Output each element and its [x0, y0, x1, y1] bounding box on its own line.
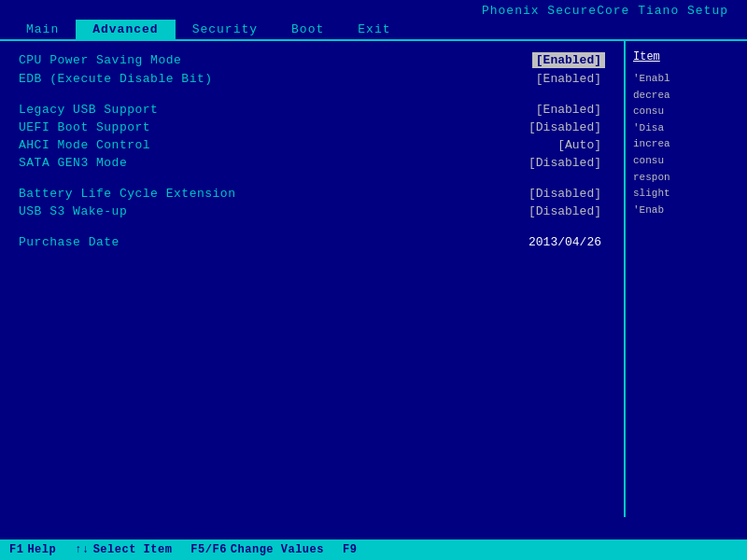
bottom-select: ↑↓ Select Item	[75, 543, 172, 556]
setting-cpu-power[interactable]: CPU Power Saving Mode [Enabled]	[19, 50, 605, 70]
purchase-date-label: Purchase Date	[19, 235, 120, 249]
change-label: Change Values	[231, 543, 324, 556]
bottom-help: F1 Help	[9, 543, 56, 556]
usb-s3-label: USB S3 Wake-up	[19, 204, 127, 218]
ahci-value: [Auto]	[554, 138, 605, 152]
settings-group-1: CPU Power Saving Mode [Enabled] EDB (Exe…	[19, 50, 605, 88]
legacy-usb-value: [Enabled]	[532, 103, 605, 117]
sata-label: SATA GEN3 Mode	[19, 156, 127, 170]
bottom-bar: F1 Help ↑↓ Select Item F5/F6 Change Valu…	[0, 539, 747, 560]
tab-main[interactable]: Main	[9, 20, 76, 39]
select-label: Select Item	[93, 543, 173, 556]
setting-edb[interactable]: EDB (Execute Disable Bit) [Enabled]	[19, 70, 605, 88]
setting-uefi-boot[interactable]: UEFI Boot Support [Disabled]	[19, 119, 605, 136]
setting-purchase-date: Purchase Date 2013/04/26	[19, 233, 605, 251]
battery-value: [Disabled]	[525, 187, 605, 201]
f9-key: F9	[343, 543, 357, 556]
battery-label: Battery Life Cycle Extension	[19, 187, 235, 201]
help-panel: Item 'Enabldecreaconsu'Disaincreaconsure…	[626, 41, 747, 517]
cpu-power-value: [Enabled]	[532, 52, 605, 68]
tab-exit[interactable]: Exit	[341, 20, 407, 39]
uefi-boot-label: UEFI Boot Support	[19, 120, 150, 134]
cpu-power-label: CPU Power Saving Mode	[19, 53, 181, 67]
sata-value: [Disabled]	[525, 156, 605, 170]
tab-security[interactable]: Security	[176, 20, 275, 39]
edb-value: [Enabled]	[532, 72, 605, 86]
usb-s3-value: [Disabled]	[525, 204, 605, 218]
help-text: 'Enabldecreaconsu'Disaincreaconsurespons…	[633, 71, 740, 218]
purchase-date-value: 2013/04/26	[525, 235, 605, 249]
f1-key: F1	[9, 543, 23, 556]
tab-advanced[interactable]: Advanced	[76, 20, 175, 39]
main-area: CPU Power Saving Mode [Enabled] EDB (Exe…	[0, 41, 747, 517]
app-title: Phoenix SecureCore Tiano Setup	[482, 4, 728, 18]
settings-group-2: Legacy USB Support [Enabled] UEFI Boot S…	[19, 101, 605, 172]
setting-sata[interactable]: SATA GEN3 Mode [Disabled]	[19, 154, 605, 172]
ahci-label: AHCI Mode Control	[19, 138, 150, 152]
setting-ahci[interactable]: AHCI Mode Control [Auto]	[19, 136, 605, 154]
settings-group-4: Purchase Date 2013/04/26	[19, 233, 605, 251]
settings-panel: CPU Power Saving Mode [Enabled] EDB (Exe…	[0, 41, 626, 517]
f5f6-key: F5/F6	[190, 543, 227, 556]
setting-battery[interactable]: Battery Life Cycle Extension [Disabled]	[19, 185, 605, 203]
arrow-key: ↑↓	[75, 543, 89, 556]
legacy-usb-label: Legacy USB Support	[19, 103, 158, 117]
help-panel-title: Item	[633, 49, 740, 65]
setting-legacy-usb[interactable]: Legacy USB Support [Enabled]	[19, 101, 605, 119]
edb-label: EDB (Execute Disable Bit)	[19, 72, 213, 86]
nav-tabs: Main Advanced Security Boot Exit	[0, 20, 747, 41]
bottom-f9: F9	[343, 543, 357, 556]
bottom-change: F5/F6 Change Values	[190, 543, 324, 556]
tab-boot[interactable]: Boot	[275, 20, 341, 39]
setting-usb-s3[interactable]: USB S3 Wake-up [Disabled]	[19, 203, 605, 220]
title-bar: Phoenix SecureCore Tiano Setup	[0, 0, 747, 20]
f1-label: Help	[27, 543, 56, 556]
uefi-boot-value: [Disabled]	[525, 120, 605, 134]
settings-group-3: Battery Life Cycle Extension [Disabled] …	[19, 185, 605, 220]
